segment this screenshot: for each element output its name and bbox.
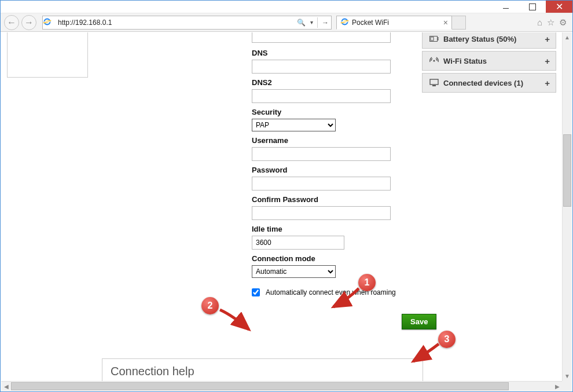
scroll-right-icon[interactable]: ▶ xyxy=(552,382,562,391)
svg-rect-8 xyxy=(431,37,434,41)
tab-active[interactable]: Pocket WiFi × xyxy=(336,16,452,30)
prev-field-input[interactable] xyxy=(252,32,391,43)
battery-icon xyxy=(428,36,440,42)
page-content: DNS DNS2 Security PAP xyxy=(1,32,562,381)
monitor-icon xyxy=(428,79,440,87)
svg-rect-2 xyxy=(44,21,50,22)
username-input[interactable] xyxy=(252,147,391,161)
window-titlebar: ✕ xyxy=(1,1,572,13)
connected-devices-label: Connected devices (1) xyxy=(443,79,523,87)
left-column xyxy=(7,32,93,381)
browser-toolbar: ← → http://192.168.0.1 🔍 ▾ → Pocket WiFi… xyxy=(1,13,572,32)
window-maximize-button[interactable] xyxy=(519,1,546,13)
browser-window: ✕ ← → http://192.168.0.1 🔍 ▾ → Pocket Wi… xyxy=(0,0,573,392)
expand-icon[interactable]: + xyxy=(545,34,550,44)
tab-close-icon[interactable]: × xyxy=(443,18,448,27)
connection-help-header[interactable]: Connection help xyxy=(102,358,423,381)
search-icon[interactable]: 🔍 xyxy=(295,19,308,27)
confirm-password-input[interactable] xyxy=(252,206,391,220)
scroll-left-icon[interactable]: ◀ xyxy=(1,382,11,391)
dns2-label: DNS2 xyxy=(252,78,417,87)
home-icon[interactable]: ⌂ xyxy=(537,17,542,28)
horizontal-scrollbar[interactable]: ◀ ▶ xyxy=(1,381,562,391)
connected-devices-panel[interactable]: Connected devices (1) + xyxy=(422,73,556,93)
settings-gear-icon[interactable]: ⚙ xyxy=(559,17,567,28)
svg-point-9 xyxy=(433,60,435,61)
horizontal-scroll-thumb[interactable] xyxy=(11,382,509,390)
status-sidebar: Battery Status (50%) + Wi-Fi Status + xyxy=(422,32,556,381)
battery-status-panel[interactable]: Battery Status (50%) + xyxy=(422,32,556,49)
dns-input[interactable] xyxy=(252,60,391,74)
ie-icon xyxy=(340,17,349,28)
wifi-icon xyxy=(428,57,440,65)
tab-title: Pocket WiFi xyxy=(352,19,440,27)
wifi-status-panel[interactable]: Wi-Fi Status + xyxy=(422,51,556,71)
window-minimize-button[interactable] xyxy=(493,1,519,13)
idle-time-input[interactable] xyxy=(252,236,344,250)
window-close-button[interactable]: ✕ xyxy=(546,1,572,13)
refresh-icon[interactable]: → xyxy=(319,19,331,27)
roaming-checkbox[interactable] xyxy=(252,288,260,296)
url-text[interactable]: http://192.168.0.1 xyxy=(56,19,295,27)
vertical-scrollbar[interactable]: ▲ ▼ xyxy=(562,32,572,381)
svg-rect-5 xyxy=(341,21,348,22)
idle-time-label: Idle time xyxy=(252,225,417,233)
tab-strip: Pocket WiFi × xyxy=(336,16,466,30)
forward-button[interactable]: → xyxy=(21,15,36,30)
security-label: Security xyxy=(252,108,417,116)
settings-form: DNS DNS2 Security PAP xyxy=(93,32,417,381)
password-label: Password xyxy=(252,166,417,174)
address-bar[interactable]: http://192.168.0.1 🔍 ▾ → xyxy=(42,16,332,30)
left-panel-box xyxy=(7,32,88,78)
scroll-up-icon[interactable]: ▲ xyxy=(563,32,572,42)
security-select[interactable]: PAP xyxy=(252,119,336,131)
password-input[interactable] xyxy=(252,177,391,190)
new-tab-button[interactable] xyxy=(452,16,466,30)
favorites-icon[interactable]: ☆ xyxy=(547,17,554,28)
svg-rect-11 xyxy=(432,85,436,86)
vertical-scroll-thumb[interactable] xyxy=(563,134,571,207)
dns2-input[interactable] xyxy=(252,89,391,103)
svg-rect-10 xyxy=(430,79,438,85)
page-viewport: DNS DNS2 Security PAP xyxy=(1,32,572,391)
connection-mode-label: Connection mode xyxy=(252,254,417,263)
username-label: Username xyxy=(252,136,417,145)
wifi-status-label: Wi-Fi Status xyxy=(443,57,487,65)
svg-rect-7 xyxy=(438,38,439,40)
dns-label: DNS xyxy=(252,49,417,57)
ie-icon xyxy=(43,17,56,28)
expand-icon[interactable]: + xyxy=(545,56,550,66)
roaming-label: Automatically connect even when roaming xyxy=(266,288,396,296)
battery-status-label: Battery Status (50%) xyxy=(443,35,516,43)
expand-icon[interactable]: + xyxy=(545,78,550,88)
confirm-password-label: Confirm Password xyxy=(252,195,417,204)
connection-mode-select[interactable]: Automatic xyxy=(252,265,336,278)
dropdown-icon[interactable]: ▾ xyxy=(308,19,315,25)
scroll-down-icon[interactable]: ▼ xyxy=(563,371,572,381)
back-button[interactable]: ← xyxy=(4,15,19,30)
address-bar-controls: 🔍 ▾ → xyxy=(295,16,331,29)
